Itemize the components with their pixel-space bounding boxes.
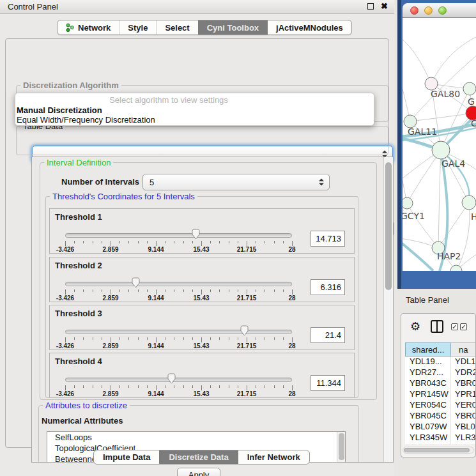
zoom-traffic-light-icon[interactable]	[438, 6, 447, 15]
threshold-panel-2: Threshold 2-3.4262.8599.14415.4321.71528	[49, 257, 355, 302]
scrollbar-thumb[interactable]	[339, 433, 344, 460]
slider-thumb[interactable]	[240, 325, 249, 337]
table-panel-region: Table Panel ⚙ ✓ ✓ shared... na YDL19...Y…	[397, 289, 476, 476]
control-panel-titlebar: Control Panel ✖	[0, 0, 394, 14]
float-window-icon[interactable]	[367, 3, 374, 10]
top-tab-bar: NetworkStyleSelectCyni ToolboxjActiveMNo…	[57, 20, 352, 35]
window-buttons: ✖	[367, 3, 388, 10]
slider-tick-labels: -3.4262.8599.14415.4321.71528	[65, 295, 292, 302]
scrollbar-thumb[interactable]	[404, 448, 470, 452]
network-node-gcy1[interactable]	[403, 197, 413, 209]
tab-jactivemnodules[interactable]: jActiveMNodules	[267, 20, 351, 35]
threshold-label: Threshold 2	[55, 261, 102, 270]
network-window: GAL80GCGAL11GAL4GCY1HHAP2	[397, 0, 476, 289]
network-node-label: GAL4	[441, 158, 465, 169]
column-header-name[interactable]: na	[451, 342, 475, 357]
split-columns-icon[interactable]	[431, 320, 443, 333]
cell-shared-name: YER054C	[405, 400, 451, 411]
attribute-item-selfloops[interactable]: SelfLoops	[47, 432, 345, 443]
network-canvas[interactable]: GAL80GCGAL11GAL4GCY1HHAP2	[403, 18, 476, 271]
cell-shared-name: YBR043C	[405, 378, 451, 389]
threshold-panel-4: Threshold 4-3.4262.8599.14415.4321.71528	[49, 353, 355, 398]
screen: Control Panel ✖ NetworkStyleSelectCyni T…	[0, 0, 476, 476]
tab-style[interactable]: Style	[119, 20, 156, 35]
network-node-gal4[interactable]	[432, 141, 450, 159]
tab-impute-data[interactable]: Impute Data	[94, 450, 159, 464]
cell-shared-name: YBR045C	[405, 411, 451, 422]
tab-infer-network[interactable]: Infer Network	[238, 450, 309, 464]
table-data-group: Table Data galFiltered.sif default node	[16, 126, 388, 155]
settings-vertical-scrollbar[interactable]	[383, 157, 393, 462]
gear-icon[interactable]: ⚙	[410, 319, 420, 334]
slider-thumb[interactable]	[191, 228, 201, 240]
cell-name: YBL0	[451, 422, 475, 433]
threshold-value-input[interactable]	[311, 327, 345, 343]
tab-label: Cyni Toolbox	[207, 23, 259, 33]
column-header-shared-name[interactable]: shared...	[405, 342, 451, 357]
select-stepper-icon	[319, 179, 324, 186]
slider-track[interactable]	[65, 233, 292, 238]
table-row[interactable]: YLR345WYLR3	[405, 433, 475, 443]
dropdown-option-equal-width-frequency-discretization[interactable]: Equal Width/Frequency Discretization	[15, 115, 374, 125]
slider-tick-labels: -3.4262.8599.14415.4321.71528	[65, 246, 292, 254]
table-header-row: shared... na	[405, 342, 475, 357]
table-row[interactable]: YPR145WYPR1	[405, 389, 475, 400]
interval-definition-group: Interval Definition Number of Intervals …	[40, 162, 377, 400]
cell-shared-name: YBL079W	[405, 422, 451, 433]
threshold-value-input[interactable]	[311, 375, 345, 391]
scrollbar-thumb[interactable]	[385, 162, 392, 290]
slider-tick-labels: -3.4262.8599.14415.4321.71528	[65, 390, 292, 398]
close-icon[interactable]: ✖	[381, 3, 388, 10]
interval-definition-group-label: Interval Definition	[44, 158, 113, 167]
network-node-label: HAP2	[437, 251, 461, 261]
threshold-label: Threshold 3	[55, 309, 102, 318]
algorithm-dropdown-popup: Select algorithm to view settings Manual…	[15, 93, 374, 126]
minimize-traffic-light-icon[interactable]	[424, 6, 433, 15]
table-row[interactable]: YBL079WYBL0	[405, 422, 475, 433]
threshold-value-input[interactable]	[311, 279, 345, 295]
threshold-label: Threshold 4	[55, 357, 102, 366]
slider-track[interactable]	[65, 330, 292, 334]
threshold-value-input[interactable]	[311, 231, 345, 247]
table-horizontal-scrollbar[interactable]	[403, 447, 474, 454]
table-row[interactable]: YBR045CYBR0	[405, 411, 475, 422]
table-row[interactable]: YER054CYER0	[405, 400, 475, 411]
tab-network[interactable]: Network	[58, 20, 119, 35]
bottom-tab-bar: Impute DataDiscretize DataInfer Network	[93, 450, 310, 464]
checkbox-icon[interactable]: ✓	[460, 323, 467, 330]
slider-thumb[interactable]	[167, 372, 176, 385]
number-of-intervals-value: 5	[150, 178, 154, 187]
slider-track[interactable]	[65, 282, 292, 286]
algorithm-dropdown-prompt: Select algorithm to view settings	[15, 93, 322, 105]
tab-select[interactable]: Select	[156, 20, 197, 35]
table-row[interactable]: YDR27...YDR2	[405, 367, 475, 378]
slider-track[interactable]	[65, 378, 292, 382]
table-row[interactable]: YBR043CYBR0	[405, 378, 475, 389]
tab-cyni-toolbox[interactable]: Cyni Toolbox	[198, 20, 267, 35]
network-node-gal80[interactable]	[425, 77, 438, 90]
dropdown-option-manual-discretization[interactable]: Manual Discretization	[15, 105, 374, 115]
attributes-list-scrollbar[interactable]	[337, 432, 345, 463]
slider-ticks	[65, 337, 292, 342]
number-of-intervals-select[interactable]: 5	[142, 174, 330, 190]
network-node-gal11[interactable]	[404, 115, 417, 128]
control-panel: Control Panel ✖ NetworkStyleSelectCyni T…	[0, 0, 394, 476]
network-node-label: C	[471, 118, 476, 128]
apply-button[interactable]: Apply	[177, 468, 220, 476]
cell-shared-name: YDL19...	[405, 357, 451, 367]
network-node-h[interactable]	[462, 196, 476, 210]
checkbox-icon[interactable]: ✓	[451, 323, 458, 330]
table-row[interactable]: YDL19...YDL1	[405, 357, 475, 367]
tab-discretize-data[interactable]: Discretize Data	[159, 450, 237, 464]
slider-tick-labels: -3.4262.8599.14415.4321.71528	[65, 342, 292, 350]
threshold-label: Threshold 1	[55, 212, 102, 222]
settings-scrollpane: Interval Definition Number of Intervals …	[31, 157, 394, 463]
cell-shared-name: YPR145W	[405, 389, 451, 400]
table-body: YDL19...YDL1YDR27...YDR2YBR043CYBR0YPR14…	[405, 357, 475, 444]
close-traffic-light-icon[interactable]	[410, 6, 418, 15]
slider-thumb[interactable]	[131, 277, 141, 289]
table-panel-toolbar: ⚙ ✓ ✓	[401, 314, 475, 342]
network-node-g[interactable]	[463, 82, 476, 95]
network-window-titlebar	[403, 3, 476, 18]
table-row[interactable]: YIL053CYIL0	[405, 443, 475, 444]
